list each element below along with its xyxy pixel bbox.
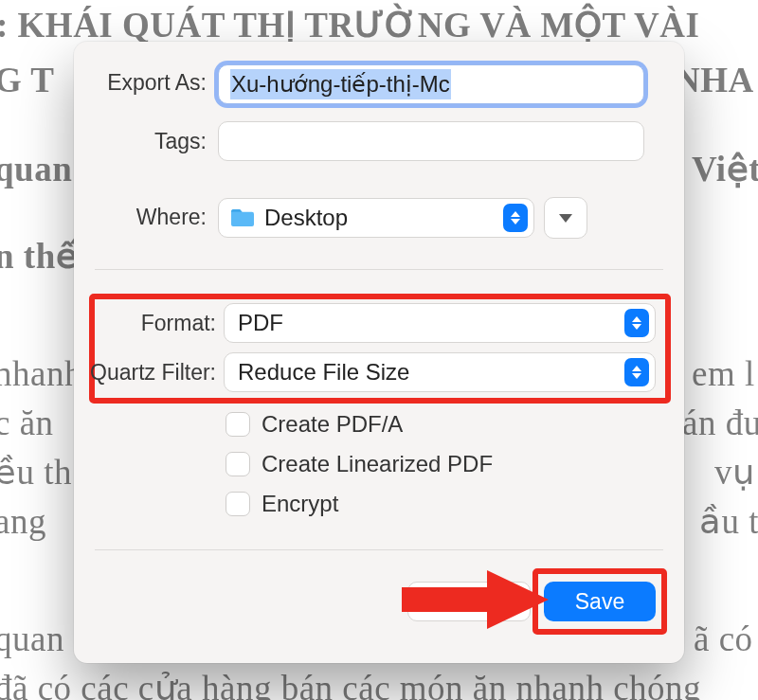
- chevron-down-icon: [559, 214, 572, 223]
- where-value: Desktop: [264, 205, 348, 231]
- up-down-icon: [503, 204, 528, 232]
- divider: [95, 549, 663, 550]
- folder-icon: [230, 208, 255, 227]
- up-down-icon: [624, 358, 649, 386]
- up-down-icon: [624, 309, 649, 337]
- format-select[interactable]: PDF: [224, 303, 656, 343]
- quartz-filter-select[interactable]: Reduce File Size: [224, 352, 656, 392]
- create-linearized-label: Create Linearized PDF: [262, 451, 493, 477]
- export-sheet: Export As: Xu-hướng-tiếp-thị-Mc Tags: Wh…: [74, 42, 684, 663]
- tags-label: Tags:: [93, 129, 207, 154]
- create-linearized-row[interactable]: Create Linearized PDF: [226, 451, 493, 477]
- checkbox[interactable]: [226, 492, 250, 516]
- format-value: PDF: [238, 310, 283, 336]
- cancel-button[interactable]: Cancel: [407, 582, 531, 621]
- encrypt-row[interactable]: Encrypt: [226, 491, 338, 517]
- export-as-input[interactable]: Xu-hướng-tiếp-thị-Mc: [218, 64, 644, 104]
- encrypt-label: Encrypt: [262, 491, 338, 517]
- expand-button[interactable]: [544, 197, 587, 239]
- create-pdfa-label: Create PDF/A: [262, 411, 403, 438]
- where-popup[interactable]: Desktop: [218, 198, 534, 238]
- checkbox[interactable]: [226, 452, 250, 476]
- highlight-save-box: [532, 568, 667, 635]
- format-label: Format:: [93, 311, 216, 336]
- checkbox[interactable]: [226, 412, 250, 437]
- create-pdfa-row[interactable]: Create PDF/A: [226, 411, 403, 438]
- tags-input[interactable]: [218, 121, 644, 161]
- quartz-filter-label: Quartz Filter:: [80, 360, 216, 386]
- export-as-label: Export As:: [93, 70, 207, 96]
- divider: [95, 269, 663, 270]
- quartz-filter-value: Reduce File Size: [238, 359, 409, 386]
- where-label: Where:: [93, 205, 207, 230]
